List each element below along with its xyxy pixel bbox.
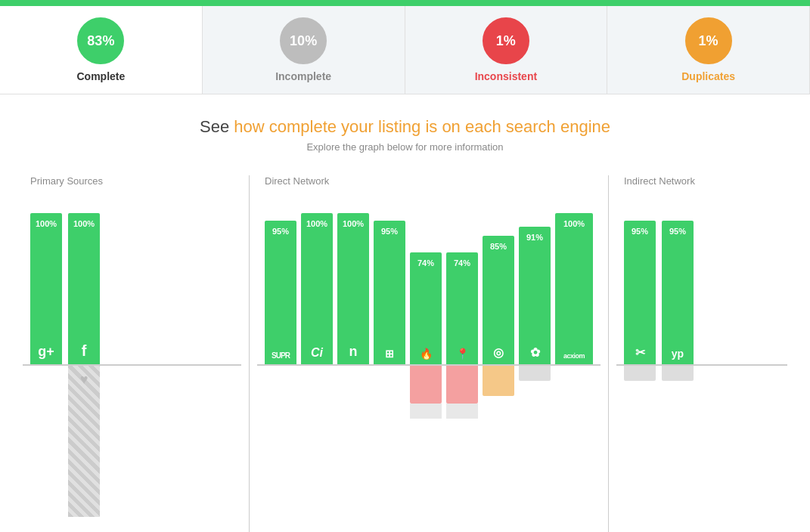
stats-row: 83% Complete 10% Incomplete 1% Inconsist… bbox=[0, 6, 810, 94]
bar-topix-pct: 74% bbox=[417, 255, 434, 268]
section-direct: Direct Network 95% SUPR bbox=[250, 175, 609, 532]
incomplete-label: Incomplete bbox=[275, 70, 331, 82]
primary-striped-bar: ♥ bbox=[68, 366, 100, 517]
bar-superpages-wrapper: 95% SUPR bbox=[265, 213, 296, 364]
complete-pct: 83% bbox=[87, 33, 114, 49]
bar-citysearch-wrapper: 100% Ci bbox=[301, 213, 333, 364]
bar-superpages-pct: 95% bbox=[272, 224, 289, 236]
bar-neustar-wrapper: 100% n bbox=[337, 213, 369, 364]
bar-facebook-wrapper: 100% f bbox=[68, 213, 100, 364]
bar-acxiom-fill: 100% acxiom bbox=[555, 213, 593, 364]
bar-yellowpages: 95% yp bbox=[662, 213, 694, 364]
headline: See how complete your listing is on each… bbox=[200, 117, 610, 137]
bar-yelp: 95% ✂ bbox=[624, 213, 656, 364]
bar-yelp-wrapper: 95% ✂ bbox=[624, 213, 656, 364]
mapquest-icon: 📍 bbox=[446, 348, 478, 360]
direct-bars-row: 95% SUPR 100% Ci bbox=[257, 198, 601, 364]
section-indirect: Indirect Network 95% ✂ bbox=[609, 175, 795, 532]
primary-bars-row: 100% g+ 100% f bbox=[23, 198, 241, 364]
bar-mapquest-wrapper: 74% 📍 bbox=[446, 213, 478, 364]
stat-incomplete[interactable]: 10% Incomplete bbox=[203, 6, 405, 94]
below-yext bbox=[483, 366, 514, 396]
citysearch-icon: Ci bbox=[301, 346, 333, 360]
complete-circle: 83% bbox=[77, 17, 124, 64]
socialite-icon: ✿ bbox=[519, 345, 551, 360]
direct-below bbox=[257, 366, 601, 426]
bar-neustar-pct: 100% bbox=[343, 216, 364, 228]
bar-socialite-pct: 91% bbox=[526, 230, 543, 242]
indirect-network-title: Indirect Network bbox=[616, 175, 787, 187]
primary-below: ♥ bbox=[23, 366, 241, 532]
below-yext-fill bbox=[483, 366, 514, 396]
subheadline: Explore the graph below for more informa… bbox=[306, 141, 503, 153]
bar-google-plus-pct: 100% bbox=[36, 216, 57, 228]
inconsistent-circle: 1% bbox=[483, 17, 529, 64]
bar-citysearch-fill: 100% Ci bbox=[301, 213, 333, 364]
below-topix bbox=[410, 366, 442, 419]
section-primary: Primary Sources 100% g+ bbox=[15, 175, 250, 532]
bar-yext-fill: 85% ◎ bbox=[483, 236, 514, 364]
below-mapquest bbox=[446, 366, 478, 419]
yellowpages-icon: yp bbox=[662, 348, 694, 360]
bar-yellowpages-pct: 95% bbox=[669, 224, 686, 236]
bar-facebook: 100% f bbox=[68, 213, 100, 364]
complete-label: Complete bbox=[76, 70, 125, 82]
bar-socialite-wrapper: 91% ✿ bbox=[519, 213, 551, 364]
below-mapquest-fill bbox=[446, 366, 478, 404]
localeze-icon: ⊞ bbox=[374, 348, 405, 360]
incomplete-circle: 10% bbox=[280, 17, 327, 64]
below-topix-fill bbox=[410, 366, 442, 404]
chart-sections: Primary Sources 100% g+ bbox=[15, 175, 795, 532]
bar-acxiom: 100% acxiom bbox=[555, 213, 593, 364]
bar-google-plus-fill: 100% g+ bbox=[30, 213, 62, 364]
bar-superpages-fill: 95% SUPR bbox=[265, 221, 296, 364]
facebook-icon: f bbox=[68, 342, 100, 360]
bar-acxiom-pct: 100% bbox=[563, 216, 585, 228]
bar-mapquest-pct: 74% bbox=[454, 255, 470, 268]
primary-sources-title: Primary Sources bbox=[23, 175, 241, 187]
duplicates-pct: 1% bbox=[699, 33, 718, 49]
headline-highlight: how complete your listing is on each sea… bbox=[234, 117, 610, 136]
stat-inconsistent[interactable]: 1% Inconsistent bbox=[405, 6, 608, 94]
incomplete-pct: 10% bbox=[290, 33, 317, 49]
topix-icon: 🔥 bbox=[410, 348, 442, 360]
indirect-below-spacers bbox=[616, 366, 787, 381]
yelp-icon: ✂ bbox=[624, 345, 656, 360]
stat-duplicates[interactable]: 1% Duplicates bbox=[607, 6, 810, 94]
bar-neustar-fill: 100% n bbox=[337, 213, 369, 364]
bar-superpages: 95% SUPR bbox=[265, 213, 296, 364]
below-topix-light bbox=[410, 404, 442, 419]
stat-complete[interactable]: 83% Complete bbox=[0, 6, 203, 94]
indirect-bars-row: 95% ✂ 95% yp bbox=[616, 198, 787, 364]
below-socialite-fill bbox=[519, 366, 551, 381]
indirect-below bbox=[616, 366, 787, 426]
below-mapquest-light bbox=[446, 404, 478, 419]
indirect-yelp-below bbox=[624, 366, 656, 381]
bar-google-plus-wrapper: 100% g+ bbox=[30, 213, 62, 364]
heart-icon-wrapper: ♥ bbox=[68, 366, 100, 388]
acxiom-icon: acxiom bbox=[555, 352, 593, 360]
bar-google-plus: 100% g+ bbox=[30, 213, 62, 364]
bar-yelp-pct: 95% bbox=[632, 224, 648, 236]
bar-yext-pct: 85% bbox=[490, 239, 507, 251]
inconsistent-pct: 1% bbox=[496, 33, 516, 49]
bar-mapquest: 74% 📍 bbox=[446, 213, 478, 364]
bar-facebook-pct: 100% bbox=[73, 216, 95, 228]
headline-prefix: See bbox=[200, 117, 234, 136]
bar-yellowpages-wrapper: 95% yp bbox=[662, 213, 694, 364]
below-socialite bbox=[519, 366, 551, 381]
bar-topix: 74% 🔥 bbox=[410, 213, 442, 364]
bar-mapquest-fill: 74% 📍 bbox=[446, 252, 478, 364]
superpages-icon: SUPR bbox=[265, 351, 296, 360]
bar-localeze-wrapper: 95% ⊞ bbox=[374, 213, 405, 364]
google-plus-icon: g+ bbox=[30, 344, 62, 360]
indirect-yp-below bbox=[662, 366, 694, 381]
top-bar bbox=[0, 0, 810, 6]
duplicates-circle: 1% bbox=[685, 17, 732, 64]
direct-network-title: Direct Network bbox=[257, 175, 601, 187]
bar-citysearch-pct: 100% bbox=[306, 216, 327, 228]
primary-below-spacer1 bbox=[30, 366, 62, 532]
bar-topix-fill: 74% 🔥 bbox=[410, 252, 442, 364]
bar-yext: 85% ◎ bbox=[483, 213, 514, 364]
bar-citysearch: 100% Ci bbox=[301, 213, 333, 364]
